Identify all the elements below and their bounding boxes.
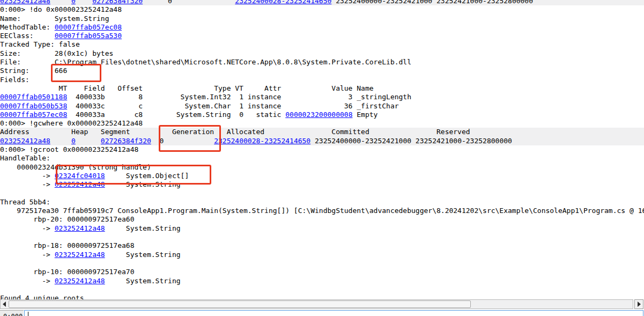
address-link[interactable]: 023252412a48 xyxy=(0,137,50,145)
console-line: 00007ffab0501188 400033b 8 System.Int32 … xyxy=(0,93,644,101)
console-line: String: 666 xyxy=(0,67,644,75)
address-link[interactable]: 023252412a48 xyxy=(55,277,105,285)
console-line: rbp-18: 000000972517ea68 xyxy=(0,241,644,250)
right-arrow-icon xyxy=(638,302,641,307)
console-line: -> 023252412a48 System.String xyxy=(0,251,644,259)
address-link[interactable]: 00007ffab055a530 xyxy=(55,32,122,40)
address-link[interactable]: 023252412a48 xyxy=(0,0,50,5)
windbg-command-window: 023252412a48 0 02726384f320 0 2325240002… xyxy=(0,0,644,316)
console-line: Address Heap Segment Generation Allocate… xyxy=(0,128,644,136)
console-line: Thread 5bb4: xyxy=(0,198,644,207)
console-line: 0:000> !gcwhere 0x0000023252412a48 xyxy=(0,119,644,128)
address-link[interactable]: 023252412a48 xyxy=(55,251,105,259)
address-link[interactable]: 0 xyxy=(71,137,76,145)
scrollbar-left-button[interactable] xyxy=(0,299,9,309)
console-line xyxy=(0,285,644,294)
console-line: 023252412a48 0 02726384f320 0 2325240002… xyxy=(0,137,644,145)
console-line: EEClass: 00007ffab055a530 xyxy=(0,32,644,40)
console-line: rbp-20: 000000972517ea60 xyxy=(0,215,644,224)
scrollbar-thumb[interactable] xyxy=(9,300,471,308)
scrollbar-right-button[interactable] xyxy=(634,299,643,309)
console-line: 00007ffab050b538 400033c c System.Char 1… xyxy=(0,102,644,111)
address-link[interactable]: 00007ffab057ec08 xyxy=(0,111,67,119)
address-link[interactable]: 02726384f320 xyxy=(92,0,143,5)
address-link[interactable]: 0000023200000008 xyxy=(285,111,352,119)
command-prompt-label: 0:000 xyxy=(0,310,24,316)
console-line: File: C:\Program Files\dotnet\shared\Mic… xyxy=(0,58,644,67)
console-line xyxy=(0,233,644,241)
console-line xyxy=(0,189,644,198)
address-link[interactable]: 023252412a48 xyxy=(55,180,105,188)
console-line xyxy=(0,259,644,268)
text-caret xyxy=(28,312,28,316)
console-line: 023252412a48 0 02726384f320 0 2325240002… xyxy=(0,0,644,5)
left-arrow-icon xyxy=(3,302,6,307)
console-line: -> 023252412a48 System.String xyxy=(0,180,644,189)
console-line: 000002324db31390 (strong handle) xyxy=(0,163,644,172)
console-line: Size: 28(0x1c) bytes xyxy=(0,49,644,58)
console-line: 0:000> !do 0x0000023252412a48 xyxy=(0,5,644,14)
console-line: 972517ea30 7ffab05919c7 ConsoleApp1.Prog… xyxy=(0,207,644,215)
console-output: 023252412a48 0 02726384f320 0 2325240002… xyxy=(0,0,644,303)
console-line: Name: System.String xyxy=(0,14,644,23)
console-line: 0:000> !gcroot 0x0000023252412a48 xyxy=(0,145,644,154)
address-link[interactable]: 00007ffab0501188 xyxy=(0,93,67,101)
address-link[interactable]: 00007ffab050b538 xyxy=(0,102,67,110)
console-line: -> 02324fc04018 System.Object[] xyxy=(0,172,644,180)
address-link[interactable]: 23252400028-23252414650 xyxy=(235,0,331,5)
console-line: HandleTable: xyxy=(0,154,644,163)
address-link[interactable]: 00007ffab057ec08 xyxy=(55,23,122,31)
address-link[interactable]: 02324fc04018 xyxy=(55,172,105,180)
console-line: 00007ffab057ec08 400033a c8 System.Strin… xyxy=(0,111,644,119)
address-link[interactable]: 0 xyxy=(71,0,76,5)
console-line: rbp-10: 000000972517ea70 xyxy=(0,268,644,276)
command-input[interactable] xyxy=(24,310,643,316)
address-link[interactable]: 02726384f320 xyxy=(101,137,151,145)
console-line: Tracked Type: false xyxy=(0,40,644,49)
address-link[interactable]: 23252400028-23252414650 xyxy=(214,137,310,145)
console-line: -> 023252412a48 System.String xyxy=(0,277,644,285)
console-line: MethodTable: 00007ffab057ec08 xyxy=(0,23,644,32)
console-line: MT Field Offset Type VT Attr Value Name xyxy=(0,84,644,93)
console-line: Fields: xyxy=(0,76,644,84)
address-link[interactable]: 023252412a48 xyxy=(55,224,105,232)
console-line: -> 023252412a48 System.String xyxy=(0,224,644,233)
